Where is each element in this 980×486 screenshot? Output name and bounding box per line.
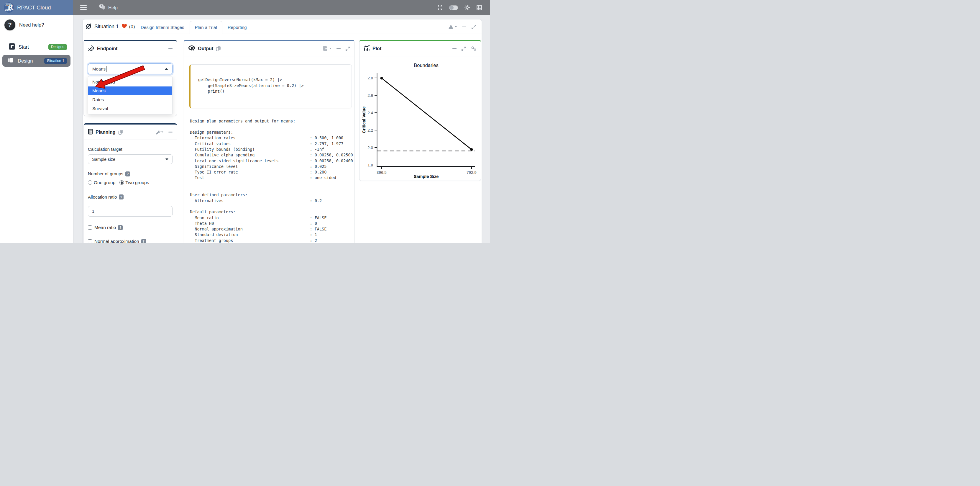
endpoint-dropdown-menu: Not defined Means Rates Survival — [88, 76, 172, 115]
logo-cloud-text: Cloud — [5, 8, 11, 11]
caret-up-icon — [165, 68, 168, 70]
main-area: Situation 1 (0) Design Interim Stages Pl… — [73, 15, 490, 243]
svg-text:792.9: 792.9 — [466, 170, 477, 175]
option-survival[interactable]: Survival — [88, 104, 172, 113]
copy-icon[interactable] — [118, 129, 123, 135]
option-rates[interactable]: Rates — [88, 95, 172, 104]
endpoint-target-icon — [88, 45, 94, 53]
calculation-target-value: Sample size — [92, 157, 115, 162]
fullscreen-icon[interactable] — [437, 5, 443, 10]
tools-dropdown-icon[interactable] — [156, 129, 164, 135]
chart-icon — [364, 45, 370, 52]
sidebar-item-design[interactable]: Design Situation 1 — [2, 55, 70, 67]
expand-output-icon[interactable] — [345, 46, 350, 51]
svg-text:Critical Value: Critical Value — [361, 106, 366, 133]
tab-plan-a-trial[interactable]: Plan a Trial — [189, 21, 223, 34]
help-question-badge[interactable]: ? — [119, 194, 124, 199]
output-text: Design plan parameters and output for me… — [190, 118, 354, 244]
situation-badge: Situation 1 — [44, 58, 67, 64]
empty-set-icon — [86, 23, 92, 30]
radio-one-group-label: One group — [94, 180, 115, 185]
svg-text:2.8: 2.8 — [368, 76, 373, 80]
mean-ratio-checkbox[interactable] — [88, 225, 92, 229]
favorite-heart-icon[interactable] — [121, 24, 127, 30]
plot-panel: Plot — [359, 40, 481, 181]
normal-approximation-checkbox[interactable] — [88, 239, 92, 243]
svg-text:2.2: 2.2 — [368, 128, 373, 132]
number-of-groups-label: Number of groups? — [88, 171, 172, 177]
need-help-label: Need help? — [19, 22, 44, 28]
collapse-output-icon[interactable] — [337, 48, 340, 49]
radio-two-groups-label: Two groups — [125, 180, 149, 185]
situation-title: Situation 1 — [94, 24, 119, 30]
calculation-target-select[interactable]: Sample size — [88, 155, 172, 164]
topbar: ? Help — [73, 0, 490, 15]
export-dropdown-icon[interactable] — [323, 46, 332, 51]
tab-reporting[interactable]: Reporting — [223, 21, 252, 34]
collapse-plot-icon[interactable] — [452, 48, 457, 49]
favorite-count: (0) — [129, 24, 135, 30]
help-question-badge[interactable]: ? — [118, 225, 123, 230]
endpoint-select[interactable]: Means — [88, 64, 172, 74]
help-label: Help — [108, 5, 118, 10]
sidebar-item-label: Design — [18, 58, 33, 64]
question-avatar-icon: ? — [5, 19, 15, 30]
endpoint-select-value: Means — [92, 66, 106, 72]
dark-mode-toggle[interactable] — [449, 5, 458, 10]
plot-settings-gears-icon[interactable] — [471, 46, 477, 51]
help-button[interactable]: ? Help — [99, 4, 118, 11]
need-help-link[interactable]: ? Need help? — [0, 15, 73, 35]
help-question-badge[interactable]: ? — [125, 171, 130, 177]
plot-title: Plot — [372, 46, 381, 51]
collapse-endpoint-icon[interactable] — [169, 48, 172, 49]
endpoint-title: Endpoint — [97, 46, 118, 51]
sidebar-item-start[interactable]: Start Designs — [2, 41, 70, 53]
warnings-dropdown-icon[interactable] — [448, 24, 457, 30]
calculator-icon — [88, 129, 93, 136]
grid-apps-icon[interactable] — [477, 5, 482, 10]
help-question-badge[interactable]: ? — [141, 239, 146, 244]
allocation-ratio-value: 1 — [92, 209, 94, 214]
endpoint-panel: Endpoint Means Not defined Means Rates — [83, 40, 177, 116]
rpact-logo: R PACT Cloud — [4, 2, 14, 13]
situation-card: Situation 1 (0) Design Interim Stages Pl… — [83, 19, 482, 243]
allocation-ratio-input[interactable]: 1 — [88, 206, 172, 217]
help-chat-icon: ? — [99, 4, 106, 11]
allocation-ratio-label: Allocation ratio? — [88, 194, 172, 200]
tab-design-interim-stages[interactable]: Design Interim Stages — [135, 21, 189, 34]
mean-ratio-row: Mean ratio ? — [88, 225, 172, 230]
collapse-planning-icon[interactable] — [169, 132, 172, 132]
expand-icon[interactable] — [471, 24, 476, 30]
radio-two-groups[interactable] — [119, 180, 124, 185]
groups-radio-row: One group Two groups — [88, 180, 172, 185]
r-logo-icon — [188, 45, 195, 52]
svg-text:396.5: 396.5 — [377, 170, 387, 175]
designs-badge: Designs — [48, 44, 67, 50]
normal-approximation-row: Normal approximation ? — [88, 239, 172, 243]
output-panel: Output — [184, 40, 355, 243]
option-not-defined[interactable]: Not defined — [88, 78, 172, 86]
brightness-sun-icon[interactable] — [465, 5, 470, 10]
sidebar: ? Need help? Start Designs — [0, 15, 73, 243]
brand-header: R PACT Cloud RPACT Cloud — [0, 0, 73, 15]
r-code: getDesignInverseNormal(kMax = 2) |> getS… — [198, 77, 348, 94]
planning-title: Planning — [95, 129, 116, 135]
mean-ratio-label: Mean ratio — [94, 225, 116, 230]
normal-approximation-label: Normal approximation — [94, 239, 139, 243]
planning-panel: Planning — [83, 123, 177, 243]
app-title: RPACT Cloud — [17, 5, 51, 11]
minimize-icon[interactable] — [462, 27, 466, 27]
tab-bar: Design Interim Stages Plan a Trial Repor… — [135, 21, 252, 34]
sidebar-toggle-icon[interactable] — [80, 5, 87, 10]
start-icon — [9, 43, 15, 51]
radio-one-group[interactable] — [88, 180, 92, 185]
boundaries-chart: Boundaries1.82.02.22.42.62.8396.5792.9Cr… — [360, 57, 481, 179]
svg-text:?: ? — [100, 5, 102, 8]
option-means[interactable]: Means — [88, 86, 172, 95]
situation-header: Situation 1 (0) Design Interim Stages Pl… — [83, 19, 482, 34]
sidebar-item-label: Start — [19, 44, 29, 50]
svg-text:2.4: 2.4 — [368, 111, 373, 115]
expand-plot-icon[interactable] — [461, 46, 466, 51]
copy-icon[interactable] — [216, 46, 221, 51]
svg-text:1.8: 1.8 — [368, 163, 373, 167]
